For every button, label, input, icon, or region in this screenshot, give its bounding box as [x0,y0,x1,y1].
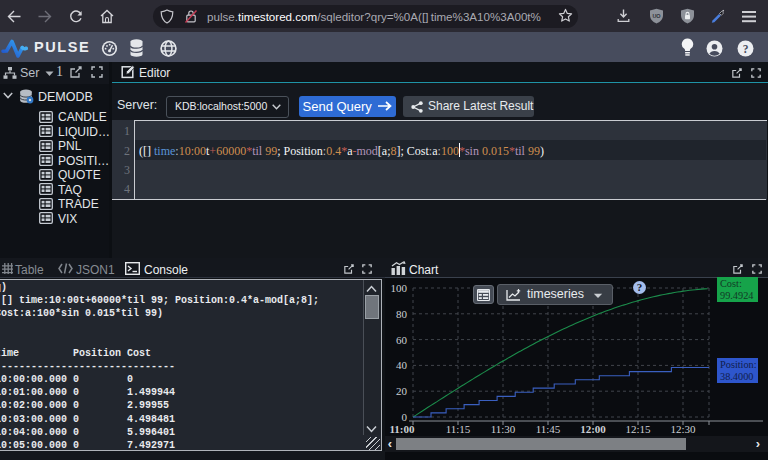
svg-text:40: 40 [396,359,408,371]
svg-text:20: 20 [396,385,408,397]
svg-text:12:15: 12:15 [625,423,651,435]
svg-text:UO: UO [652,13,661,19]
svg-text:100: 100 [391,282,408,294]
svg-text:11:15: 11:15 [446,423,471,435]
svg-text:0: 0 [402,411,408,423]
svg-text:11:45: 11:45 [536,423,561,435]
svg-text:12:00: 12:00 [580,423,606,435]
svg-text:80: 80 [396,308,408,320]
svg-text:11:30: 11:30 [491,423,516,435]
svg-text:12:30: 12:30 [670,423,696,435]
svg-text:60: 60 [396,334,408,346]
svg-text:11:00: 11:00 [389,423,415,435]
svg-text:?: ? [743,43,749,55]
